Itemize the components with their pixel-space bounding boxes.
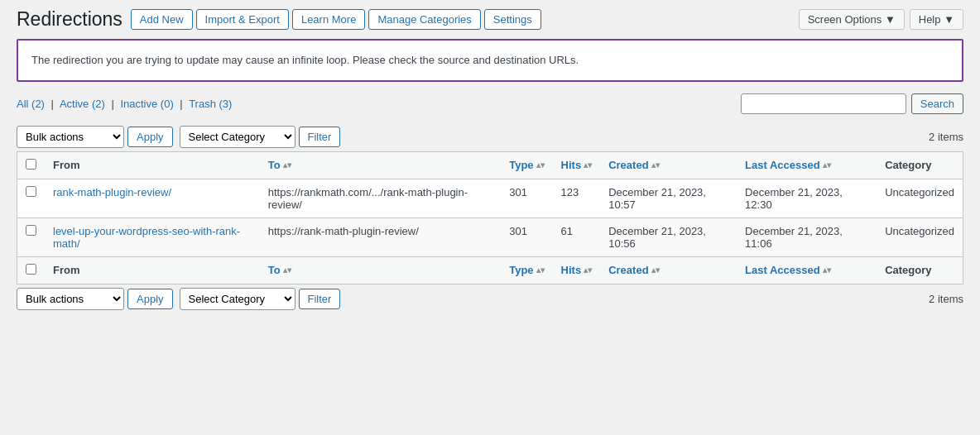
sort-hits-link[interactable]: Hits ▴▾ [561,159,593,171]
row2-type-cell: 301 [501,218,552,256]
filter-active-link[interactable]: Active (2) [60,98,105,110]
filter-inactive-link[interactable]: Inactive (0) [120,98,173,110]
col-from: From [45,151,260,179]
row2-from-link[interactable]: level-up-your-wordpress-seo-with-rank-ma… [53,225,240,250]
row2-checkbox-cell [17,218,46,256]
apply-bottom-button[interactable]: Apply [127,289,173,309]
select-all-checkbox[interactable] [26,159,36,170]
screen-options-button[interactable]: Screen Options ▼ [799,9,905,30]
row1-from-link[interactable]: rank-math-plugin-review/ [53,186,171,198]
redirections-table: From To ▴▾ Type ▴▾ Hits [17,151,963,284]
select-all-th-bottom [17,256,46,284]
row2-created-cell: December 21, 2023, 10:56 [600,218,737,256]
row1-to-value: https://rankmath.com/.../rank-math-plugi… [268,186,468,211]
col-to: To ▴▾ [260,151,501,179]
settings-button[interactable]: Settings [484,9,541,30]
row1-last-accessed-cell: December 21, 2023, 12:30 [737,179,877,218]
chevron-down-icon: ▼ [944,13,954,26]
bulk-actions-top-select[interactable]: Bulk actions [17,126,124,148]
screen-options-area: Screen Options ▼ Help ▼ [799,9,963,30]
row1-from-cell: rank-math-plugin-review/ [45,179,260,218]
row2-created-value: December 21, 2023, 10:56 [608,225,706,250]
col-last-accessed-bottom: Last Accessed ▴▾ [737,256,877,284]
row2-to-cell: https://rank-math-plugin-review/ [260,218,501,256]
search-input[interactable] [741,93,906,114]
search-button[interactable]: Search [911,93,963,114]
col-category-bottom: Category [877,256,963,284]
row1-to-cell: https://rankmath.com/.../rank-math-plugi… [260,179,501,218]
apply-top-button[interactable]: Apply [127,127,173,147]
header-buttons: Add New Import & Export Learn More Manag… [131,9,541,30]
col-created: Created ▴▾ [600,151,737,179]
add-new-button[interactable]: Add New [131,9,193,30]
row1-created-cell: December 21, 2023, 10:57 [600,179,737,218]
row2-from-cell: level-up-your-wordpress-seo-with-rank-ma… [45,218,260,256]
select-all-checkbox-bottom[interactable] [26,264,36,275]
chevron-down-icon: ▼ [885,13,896,26]
filter-bottom-button[interactable]: Filter [299,289,341,309]
sort-arrows-to: ▴▾ [283,160,291,170]
row2-category-value: Uncategorized [885,225,954,237]
row2-last-accessed-cell: December 21, 2023, 11:06 [737,218,877,256]
col-type: Type ▴▾ [501,151,552,179]
sort-arrows-type-bottom: ▴▾ [536,265,545,275]
sort-arrows-hits: ▴▾ [584,160,592,170]
bulk-actions-bottom-select[interactable]: Bulk actions [17,288,124,310]
row2-category-cell: Uncategorized [877,218,963,256]
row1-hits-value: 123 [561,186,579,198]
row1-last-accessed-value: December 21, 2023, 12:30 [745,186,843,211]
sort-hits-link-bottom[interactable]: Hits ▴▾ [561,264,593,276]
table-row: level-up-your-wordpress-seo-with-rank-ma… [17,218,963,256]
items-count-bottom: 2 items [929,293,963,305]
row1-type-cell: 301 [501,179,552,218]
page-title: Redirections [17,8,122,31]
category-bottom-select[interactable]: Select Category [180,288,295,310]
filter-links: All (2) | Active (2) | Inactive (0) | Tr… [17,98,232,110]
row1-type-value: 301 [509,186,527,198]
row2-to-value: https://rank-math-plugin-review/ [268,225,419,237]
sort-last-accessed-link[interactable]: Last Accessed ▴▾ [745,159,831,171]
sort-arrows-type: ▴▾ [536,160,545,170]
col-category: Category [877,151,963,179]
col-type-bottom: Type ▴▾ [501,256,552,284]
row1-checkbox-cell [17,179,46,218]
learn-more-button[interactable]: Learn More [292,9,365,30]
category-top-select[interactable]: Select Category [180,126,295,148]
alert-message: The redirection you are trying to update… [31,54,579,66]
sort-created-link-bottom[interactable]: Created ▴▾ [608,264,659,276]
filter-top-button[interactable]: Filter [299,127,341,147]
alert-box: The redirection you are trying to update… [17,39,963,82]
sort-created-link[interactable]: Created ▴▾ [608,159,659,171]
col-hits-bottom: Hits ▴▾ [553,256,601,284]
col-hits: Hits ▴▾ [553,151,601,179]
filter-trash-link[interactable]: Trash (3) [189,98,232,110]
row1-category-cell: Uncategorized [877,179,963,218]
col-from-bottom: From [45,256,260,284]
sort-arrows-last-accessed-bottom: ▴▾ [823,265,831,275]
row1-checkbox[interactable] [26,186,36,197]
sort-arrows-last-accessed: ▴▾ [823,160,831,170]
sort-type-link[interactable]: Type ▴▾ [509,159,544,171]
tablenav-bottom: Bulk actions Apply Select Category Filte… [17,288,963,310]
col-to-bottom: To ▴▾ [260,256,501,284]
manage-categories-button[interactable]: Manage Categories [368,9,480,30]
sort-type-link-bottom[interactable]: Type ▴▾ [509,264,544,276]
search-area: Search [741,93,963,114]
row2-last-accessed-value: December 21, 2023, 11:06 [745,225,843,250]
row2-checkbox[interactable] [26,225,36,236]
table-row: rank-math-plugin-review/ https://rankmat… [17,179,963,218]
sort-last-accessed-link-bottom[interactable]: Last Accessed ▴▾ [745,264,831,276]
row1-category-value: Uncategorized [885,186,954,198]
filter-all-link[interactable]: All (2) [17,98,45,110]
row2-hits-cell: 61 [553,218,601,256]
row1-hits-cell: 123 [553,179,601,218]
help-button[interactable]: Help ▼ [910,9,963,30]
import-export-button[interactable]: Import & Export [196,9,289,30]
select-all-th [17,151,46,179]
col-last-accessed: Last Accessed ▴▾ [737,151,877,179]
sort-arrows-created-bottom: ▴▾ [651,265,660,275]
sort-to-link-bottom[interactable]: To ▴▾ [268,264,291,276]
row2-type-value: 301 [509,225,527,237]
sort-to-link[interactable]: To ▴▾ [268,159,291,171]
col-created-bottom: Created ▴▾ [600,256,737,284]
